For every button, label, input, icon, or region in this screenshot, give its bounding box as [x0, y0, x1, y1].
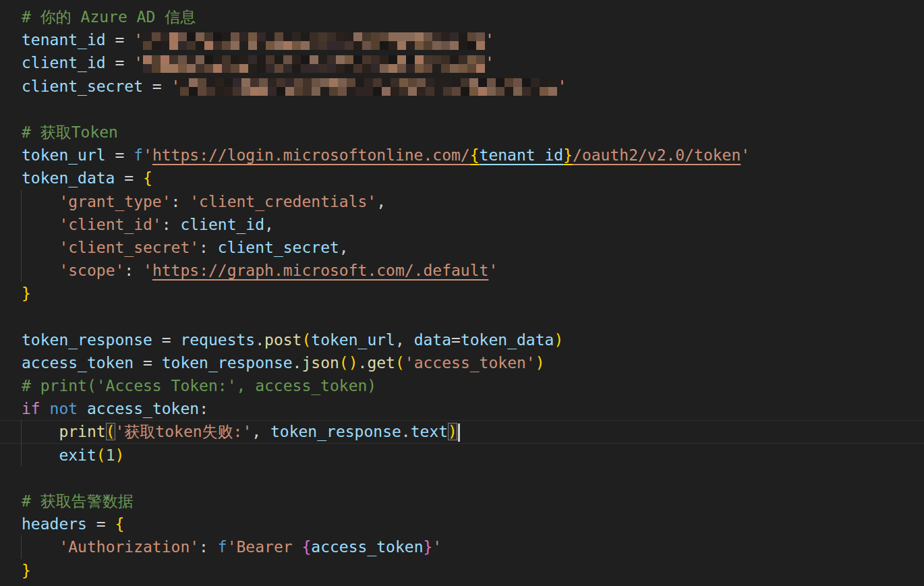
- string-literal: 'scope': [59, 262, 124, 279]
- string-literal: ': [485, 31, 494, 49]
- bracket: (): [339, 354, 358, 372]
- identifier: access_token: [22, 354, 134, 372]
- identifier: token_response: [22, 331, 152, 349]
- code-line: [0, 305, 924, 328]
- identifier: token_url: [311, 331, 395, 349]
- code-line: exit(1): [0, 444, 924, 467]
- bracket-nested: {: [301, 538, 311, 556]
- punctuation: =: [143, 78, 171, 95]
- function-name: print: [59, 423, 105, 440]
- string-literal: ': [134, 54, 143, 71]
- string-literal: ': [741, 146, 750, 164]
- string-literal: ': [557, 78, 567, 95]
- punctuation: :: [124, 262, 143, 279]
- function-name: json: [301, 354, 339, 372]
- string-literal: ': [488, 262, 498, 279]
- punctuation: .: [358, 354, 368, 372]
- bracket: ): [448, 423, 457, 440]
- punctuation: =: [152, 331, 181, 349]
- string-literal: 'grant_type': [59, 193, 171, 210]
- punctuation: [22, 239, 59, 256]
- punctuation: [22, 262, 59, 279]
- code-line: 'Authorization': f'Bearer {access_token}…: [0, 535, 924, 558]
- punctuation: =: [106, 31, 134, 49]
- string-literal: ': [143, 262, 152, 279]
- punctuation: ,: [339, 239, 349, 256]
- string-literal: ': [171, 78, 181, 95]
- identifier: client_secret: [218, 239, 339, 256]
- punctuation: =: [115, 169, 143, 187]
- string-url-link: https://graph.microsoft.com/.default: [152, 262, 489, 279]
- punctuation: .: [293, 354, 302, 372]
- punctuation: =: [134, 354, 162, 372]
- punctuation: .: [255, 331, 264, 349]
- redacted-secret: [143, 55, 485, 73]
- code-line: token_data = {: [0, 167, 924, 189]
- code-line: 'scope': 'https://graph.microsoft.com/.d…: [0, 259, 924, 282]
- code-line: # 获取Token: [0, 121, 924, 144]
- code-line: headers = {: [0, 512, 924, 535]
- punctuation: [22, 538, 59, 556]
- function-name: get: [367, 354, 395, 372]
- code-editor[interactable]: # 你的 Azure AD 信息tenant_id = ''client_id …: [0, 0, 924, 586]
- code-line: # 获取告警数据: [0, 490, 924, 512]
- comment: # 获取Token: [22, 123, 118, 141]
- code-line: }: [0, 282, 924, 305]
- string-literal: ': [432, 538, 442, 556]
- identifier: access_token: [87, 400, 199, 417]
- bracket: (: [301, 331, 311, 349]
- bracket-nested: }: [423, 538, 432, 556]
- function-name: post: [264, 331, 301, 349]
- punctuation: =: [87, 515, 115, 533]
- bracket: {: [143, 169, 152, 187]
- identifier: token_response: [270, 423, 401, 440]
- bracket: ): [536, 354, 545, 372]
- code-line-current: print('获取token失败:', token_response.text): [0, 420, 924, 443]
- string-literal: 'client_credentials': [190, 193, 376, 210]
- string-url-link: https://login.microsoftonline.com/: [152, 146, 470, 164]
- bracket: ): [115, 446, 125, 464]
- code-line: [0, 467, 924, 490]
- bracket-in-link: }: [563, 146, 573, 164]
- punctuation: =: [106, 146, 134, 164]
- identifier: client_id: [22, 54, 106, 71]
- punctuation: ,: [264, 216, 274, 233]
- identifier: client_secret: [22, 78, 143, 95]
- code-line: 'grant_type': 'client_credentials',: [0, 190, 924, 213]
- code-line: access_token = token_response.json().get…: [0, 351, 924, 374]
- string-literal: ': [134, 31, 143, 49]
- code-line: tenant_id = '': [0, 28, 924, 51]
- identifier: text: [411, 423, 448, 440]
- identifier: token_data: [22, 169, 115, 187]
- bracket: ): [554, 331, 563, 349]
- punctuation: .: [401, 423, 411, 440]
- keyword-control: if: [22, 400, 40, 417]
- bracket: }: [22, 285, 31, 302]
- identifier: exit: [59, 446, 96, 464]
- identifier: token_response: [162, 354, 293, 372]
- code-line: 'client_id': client_id,: [0, 213, 924, 236]
- text-cursor: [458, 423, 460, 442]
- code-line: client_id = '': [0, 51, 924, 74]
- comment: # 你的 Azure AD 信息: [22, 8, 196, 26]
- bracket: (: [106, 423, 115, 440]
- string-literal: 'access_token': [405, 354, 536, 372]
- code-line: if not access_token:: [0, 397, 924, 420]
- punctuation: :: [171, 193, 190, 210]
- number-literal: 1: [106, 446, 115, 464]
- punctuation: ,: [252, 423, 270, 440]
- punctuation: [22, 423, 59, 440]
- punctuation: :: [199, 239, 218, 256]
- bracket: (: [395, 354, 405, 372]
- identifier: tenant_id: [22, 31, 106, 49]
- punctuation: [78, 400, 87, 417]
- punctuation: :: [162, 216, 181, 233]
- string-literal: 'client_id': [59, 216, 161, 233]
- bracket: (: [96, 446, 106, 464]
- punctuation: ,: [376, 193, 386, 210]
- punctuation: [22, 193, 59, 210]
- punctuation: :: [199, 538, 218, 556]
- identifier: token_data: [461, 331, 554, 349]
- string-literal: 'Bearer: [227, 538, 302, 556]
- string-url-link: /oauth2/v2.0/token: [573, 146, 741, 164]
